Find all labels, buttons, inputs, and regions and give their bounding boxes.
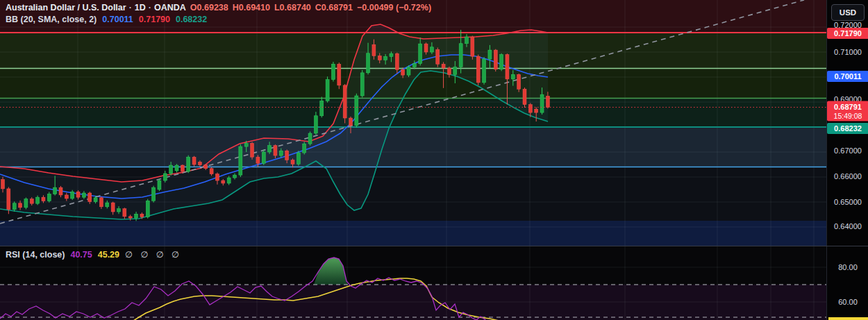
candle-body — [251, 143, 254, 157]
candle-body — [546, 96, 549, 107]
candle-body — [488, 50, 492, 59]
candle-body — [308, 133, 312, 144]
bb-indicator-header[interactable]: BB (20, SMA, close, 2)0.700110.717900.68… — [6, 15, 207, 24]
candle-body — [447, 68, 451, 74]
candle-body — [71, 192, 74, 199]
price-axis-label: 0.71000 — [827, 48, 868, 56]
candle-body — [471, 37, 474, 56]
price-axis[interactable]: USD 0.720000.710000.690000.670000.660000… — [826, 0, 868, 320]
ohlc-change: −0.00499 (−0.72%) — [353, 3, 431, 12]
trading-chart-app: Australian Dollar / U.S. Dollar·1D·OANDA… — [0, 0, 868, 320]
candle-body — [7, 189, 10, 210]
candle-body — [30, 199, 33, 203]
candle-body — [297, 153, 300, 164]
candle-body — [163, 174, 167, 180]
candle-body — [355, 96, 358, 126]
candle-body — [65, 195, 68, 199]
interval-label: 1D — [135, 3, 146, 12]
candle-body — [343, 85, 347, 118]
chart-svg — [0, 0, 826, 320]
pane-divider[interactable] — [0, 246, 868, 246]
symbol-header[interactable]: Australian Dollar / U.S. Dollar·1D·OANDA… — [6, 3, 431, 12]
candle-body — [291, 160, 294, 165]
price-axis-label: 0.67000 — [827, 146, 868, 155]
candle-body — [523, 89, 526, 104]
exchange-label: OANDA — [154, 3, 186, 12]
candle-body — [436, 49, 440, 64]
candle-body — [227, 178, 231, 183]
candle-body — [483, 59, 486, 83]
header-separator-2: · — [146, 3, 154, 12]
candle-body — [517, 74, 521, 89]
candle-body — [233, 175, 237, 178]
candle-body — [331, 64, 335, 79]
candle-body — [36, 197, 40, 203]
candle-body — [117, 209, 121, 212]
price-axis-label: 60.00 — [827, 298, 868, 306]
candle-body — [262, 152, 265, 163]
candle-body — [419, 44, 422, 63]
candle-body — [82, 193, 85, 197]
currency-toggle-button[interactable]: USD — [831, 4, 865, 21]
candle-body — [314, 116, 317, 133]
price-axis-badge: 0.71790 — [827, 28, 868, 39]
candle-body — [430, 47, 433, 52]
rsi-indicator-header[interactable]: RSI (14, close)40.7545.29∅ ∅ ∅ ∅ — [6, 249, 182, 260]
rsi-empty-values: ∅ ∅ ∅ ∅ — [119, 250, 182, 260]
candle-body — [337, 64, 341, 85]
candle-body — [59, 187, 62, 195]
candle-body — [285, 151, 289, 160]
rsi-ma-value: 45.29 — [92, 250, 119, 260]
price-axis-label: 0.65000 — [827, 198, 868, 206]
candle-body — [19, 203, 22, 208]
candle-body — [198, 162, 201, 165]
candle-body — [24, 199, 28, 208]
bb-label: BB (20, SMA, close, 2) — [6, 15, 97, 24]
candle-body — [349, 118, 353, 126]
candle-body — [111, 203, 115, 212]
candle-body — [158, 180, 161, 190]
bb-basis-value: 0.70011 — [97, 15, 133, 24]
candle-body — [47, 194, 51, 201]
candle-body — [152, 187, 156, 201]
candle-body — [360, 73, 364, 96]
candle-body — [53, 187, 57, 194]
candle-body — [465, 37, 469, 44]
price-zone — [0, 99, 826, 127]
candle-body — [367, 53, 370, 73]
candle-body — [169, 165, 173, 174]
candle-body — [256, 157, 260, 163]
candle-body — [274, 146, 277, 155]
rsi-label: RSI (14, close) — [6, 250, 65, 260]
candle-body — [401, 69, 405, 75]
price-zone — [0, 127, 826, 167]
chart-canvas[interactable] — [0, 0, 826, 320]
candle-body — [453, 67, 457, 75]
candle-body — [94, 198, 97, 202]
ohlc-low: L0.68740 — [270, 3, 311, 12]
ohlc-high: H0.69410 — [228, 3, 270, 12]
symbol-title: Australian Dollar / U.S. Dollar — [6, 3, 126, 12]
candle-body — [506, 55, 509, 79]
candle-body — [390, 53, 393, 56]
candle-body — [535, 109, 538, 112]
candle-body — [239, 146, 242, 175]
candle-body — [540, 94, 544, 112]
ohlc-open: O0.69238 — [186, 3, 228, 12]
candle-body — [412, 64, 416, 67]
candle-body — [123, 209, 126, 217]
bb-upper-value: 0.71790 — [133, 15, 170, 24]
candle-body — [500, 55, 503, 69]
candle-body — [528, 105, 532, 113]
price-axis-label: 80.00 — [827, 263, 868, 271]
candle-body — [326, 80, 329, 101]
candle-body — [303, 144, 306, 153]
header-separator: · — [126, 3, 135, 12]
candle-body — [128, 217, 132, 218]
candle-body — [320, 101, 324, 116]
candle-body — [204, 165, 208, 169]
candle-body — [424, 44, 428, 52]
candle-body — [378, 56, 381, 60]
candle-body — [511, 74, 515, 78]
candle-body — [244, 143, 248, 146]
